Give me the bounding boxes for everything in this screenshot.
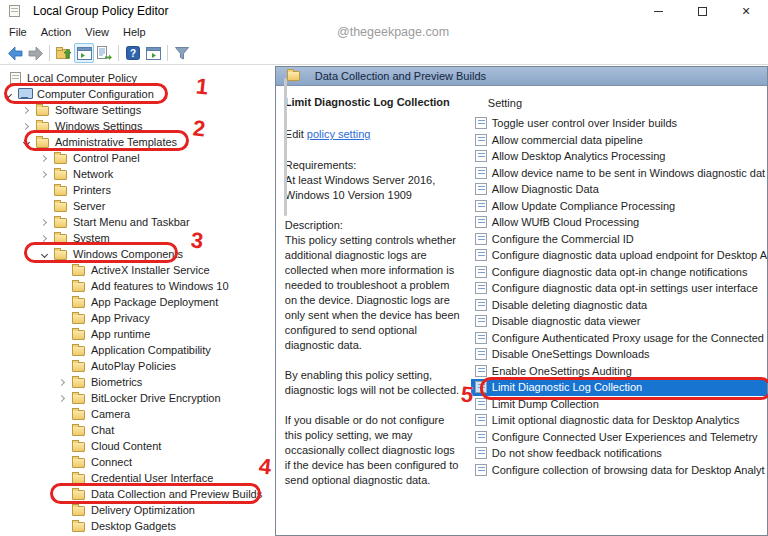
tree-item-app-privacy[interactable]: App Privacy [0, 310, 267, 326]
tree-item-add-features-to-windows-10[interactable]: Add features to Windows 10 [0, 278, 267, 294]
show-action-pane-button[interactable] [143, 43, 163, 63]
setting-item-label: Limit Diagnostic Log Collection [492, 381, 642, 393]
chevron-right-icon[interactable] [58, 396, 72, 401]
setting-item-configure-diagnostic-data-opt-in-settings-user-interface[interactable]: Configure diagnostic data opt-in setting… [471, 280, 767, 297]
tree-item-cloud-content[interactable]: Cloud Content [0, 438, 267, 454]
tree-item-network[interactable]: Network [0, 166, 267, 182]
window-title: Local Group Policy Editor [33, 4, 168, 18]
export-list-button[interactable] [94, 43, 114, 63]
chevron-right-icon[interactable] [40, 172, 54, 177]
setting-item-limit-optional-diagnostic-data-for-desktop-analytics[interactable]: Limit optional diagnostic data for Deskt… [471, 412, 767, 429]
tree-item-camera[interactable]: Camera [0, 406, 267, 422]
setting-item-configure-the-commercial-id[interactable]: Configure the Commercial ID [471, 231, 767, 248]
tree-item-server[interactable]: Server [0, 198, 267, 214]
folder-icon [287, 71, 300, 81]
chevron-right-icon[interactable] [22, 108, 36, 113]
up-one-level-button[interactable] [54, 43, 74, 63]
folder-icon [72, 442, 85, 452]
close-button[interactable]: × [724, 0, 768, 22]
setting-item-limit-dump-collection[interactable]: Limit Dump Collection [471, 396, 767, 413]
chevron-down-icon[interactable] [4, 92, 18, 97]
tree-item-windows-components[interactable]: Windows Components [0, 246, 267, 262]
maximize-button[interactable] [680, 0, 724, 22]
svg-text:?: ? [130, 48, 136, 59]
title-bar: Local Group Policy Editor × [0, 0, 768, 22]
setting-item-allow-device-name-to-be-sent-in-windows-diagnostic-dat[interactable]: Allow device name to be sent in Windows … [471, 165, 767, 182]
setting-item-allow-desktop-analytics-processing[interactable]: Allow Desktop Analytics Processing [471, 148, 767, 165]
chevron-right-icon[interactable] [40, 156, 54, 161]
setting-item-allow-update-compliance-processing[interactable]: Allow Update Compliance Processing [471, 198, 767, 215]
setting-item-configure-connected-user-experiences-and-telemetry[interactable]: Configure Connected User Experiences and… [471, 429, 767, 446]
tree-item-chat[interactable]: Chat [0, 422, 267, 438]
setting-item-configure-authenticated-proxy-usage-for-the-connected[interactable]: Configure Authenticated Proxy usage for … [471, 330, 767, 347]
tree-item-app-runtime[interactable]: App runtime [0, 326, 267, 342]
setting-item-disable-diagnostic-data-viewer[interactable]: Disable diagnostic data viewer [471, 313, 767, 330]
tree-item-bitlocker-drive-encryption[interactable]: BitLocker Drive Encryption [0, 390, 267, 406]
menu-view[interactable]: View [78, 24, 116, 40]
tree-item-activex-installer-service[interactable]: ActiveX Installer Service [0, 262, 267, 278]
chevron-right-icon[interactable] [22, 124, 36, 129]
tree-item-delivery-optimization[interactable]: Delivery Optimization [0, 502, 267, 518]
tree-item-application-compatibility[interactable]: Application Compatibility [0, 342, 267, 358]
setting-item-label: Allow Diagnostic Data [492, 183, 599, 195]
tree-item-credential-user-interface[interactable]: Credential User Interface [0, 470, 267, 486]
filter-button[interactable] [172, 43, 192, 63]
folder-icon [72, 490, 85, 500]
tree-item-label: App Privacy [91, 312, 150, 324]
setting-item-toggle-user-control-over-insider-builds[interactable]: Toggle user control over Insider builds [471, 115, 767, 132]
tree-item-software-settings[interactable]: Software Settings [0, 102, 267, 118]
tree-item-control-panel[interactable]: Control Panel [0, 150, 267, 166]
setting-item-allow-commercial-data-pipeline[interactable]: Allow commercial data pipeline [471, 132, 767, 149]
setting-item-allow-diagnostic-data[interactable]: Allow Diagnostic Data [471, 181, 767, 198]
chevron-down-icon[interactable] [40, 252, 54, 257]
tree-item-label: Add features to Windows 10 [91, 280, 229, 292]
menu-file[interactable]: File [2, 24, 34, 40]
edit-prefix: Edit [285, 128, 307, 140]
maximize-icon [698, 7, 707, 16]
tree-item-start-menu-and-taskbar[interactable]: Start Menu and Taskbar [0, 214, 267, 230]
folder-icon [36, 138, 49, 148]
menu-help[interactable]: Help [116, 24, 153, 40]
tree-item-administrative-templates[interactable]: Administrative Templates [0, 134, 267, 150]
show-console-tree-button[interactable] [74, 43, 94, 63]
tree-item-system[interactable]: System [0, 230, 267, 246]
policy-icon [475, 414, 487, 426]
forward-button[interactable] [25, 43, 45, 63]
tree-item-connect[interactable]: Connect [0, 454, 267, 470]
setting-item-enable-onesettings-auditing[interactable]: Enable OneSettings Auditing [471, 363, 767, 380]
setting-item-allow-wufb-cloud-processing[interactable]: Allow WUfB Cloud Processing [471, 214, 767, 231]
tree-item-desktop-gadgets[interactable]: Desktop Gadgets [0, 518, 267, 534]
help-button[interactable]: ? [123, 43, 143, 63]
tree-item-app-package-deployment[interactable]: App Package Deployment [0, 294, 267, 310]
setting-item-label: Allow WUfB Cloud Processing [492, 216, 639, 228]
tree-item-local-computer-policy[interactable]: Local Computer Policy [0, 70, 267, 86]
setting-item-disable-onesettings-downloads[interactable]: Disable OneSettings Downloads [471, 346, 767, 363]
tree-item-autoplay-policies[interactable]: AutoPlay Policies [0, 358, 267, 374]
chevron-right-icon[interactable] [58, 380, 72, 385]
tree-item-data-collection-and-preview-builds[interactable]: Data Collection and Preview Builds [0, 486, 267, 502]
tree-item-computer-configuration[interactable]: Computer Configuration [0, 86, 267, 102]
policy-icon [475, 398, 487, 410]
setting-item-limit-diagnostic-log-collection[interactable]: Limit Diagnostic Log Collection [471, 379, 767, 396]
console-tree: Local Computer PolicyComputer Configurat… [0, 66, 267, 536]
tree-item-windows-settings[interactable]: Windows Settings [0, 118, 267, 134]
policy-setting-link[interactable]: policy setting [307, 128, 371, 140]
back-button[interactable] [5, 43, 25, 63]
setting-item-configure-diagnostic-data-opt-in-change-notifications[interactable]: Configure diagnostic data opt-in change … [471, 264, 767, 281]
tree-scrollbar[interactable] [284, 78, 287, 216]
menu-action[interactable]: Action [34, 24, 79, 40]
minimize-button[interactable] [636, 0, 680, 22]
setting-column-header[interactable]: Setting [471, 93, 767, 113]
chevron-right-icon[interactable] [40, 236, 54, 241]
chevron-down-icon[interactable] [22, 140, 36, 145]
policy-icon [475, 464, 487, 476]
setting-item-do-not-show-feedback-notifications[interactable]: Do not show feedback notifications [471, 445, 767, 462]
details-pane-header: Data Collection and Preview Builds [276, 67, 767, 86]
setting-item-label: Configure diagnostic data opt-in setting… [492, 282, 758, 294]
tree-item-biometrics[interactable]: Biometrics [0, 374, 267, 390]
chevron-right-icon[interactable] [40, 220, 54, 225]
setting-item-disable-deleting-diagnostic-data[interactable]: Disable deleting diagnostic data [471, 297, 767, 314]
setting-item-configure-diagnostic-data-upload-endpoint-for-desktop-a[interactable]: Configure diagnostic data upload endpoin… [471, 247, 767, 264]
tree-item-printers[interactable]: Printers [0, 182, 267, 198]
setting-item-configure-collection-of-browsing-data-for-desktop-analyt[interactable]: Configure collection of browsing data fo… [471, 462, 767, 479]
